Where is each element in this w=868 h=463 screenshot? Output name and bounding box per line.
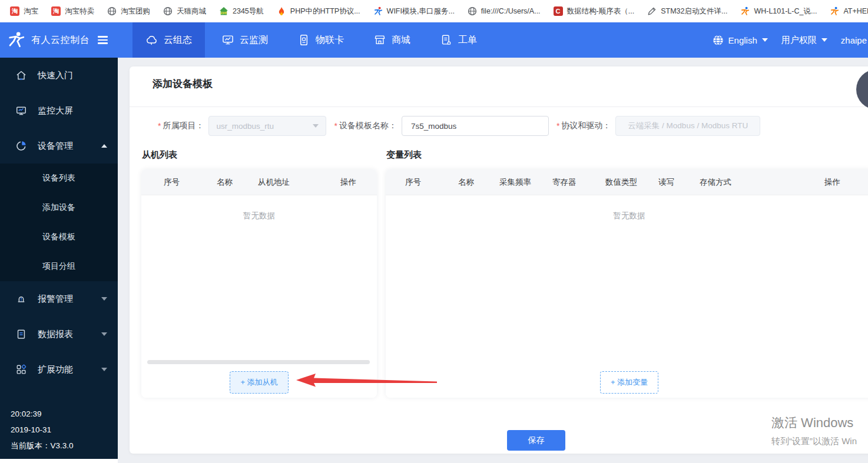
- bookmark-item[interactable]: file:///C:/Users/A...: [461, 6, 547, 16]
- sidebar: 快速入门 监控大屏 设备管理 设备列表 添加设备 设备模板 项目分组 报警管理 …: [0, 58, 118, 463]
- bookmark-item[interactable]: AT+HELLO: [823, 6, 868, 16]
- person-orange-icon: [830, 6, 839, 16]
- slave-empty-state: 暂无数据: [141, 195, 377, 221]
- variable-empty-state: 暂无数据: [386, 195, 868, 221]
- sidebar-subitem-device-list[interactable]: 设备列表: [0, 164, 118, 193]
- pen-icon: [647, 6, 657, 16]
- clock-date: 2019-10-31: [11, 422, 74, 438]
- template-name-input[interactable]: [402, 116, 549, 136]
- watermark-line1: 激活 Windows: [771, 414, 857, 432]
- chevron-down-icon: [101, 332, 107, 336]
- protocol-driver-value: 云端采集 / Modbus / Modbus RTU: [628, 121, 748, 131]
- bookmark-item[interactable]: 淘 淘宝特卖: [45, 6, 101, 16]
- sidebar-bottom-strip: [0, 459, 118, 463]
- sidebar-item-monitor-screen[interactable]: 监控大屏: [0, 93, 118, 128]
- horizontal-scrollbar[interactable]: [147, 360, 370, 364]
- nav-tab-label: 商城: [392, 34, 410, 46]
- bookmark-item[interactable]: 淘宝团购: [101, 6, 157, 16]
- svg-text:2345: 2345: [220, 11, 227, 15]
- grid-icon: [15, 364, 27, 375]
- nav-tab-mall[interactable]: 商城: [360, 22, 423, 58]
- sidebar-item-quick-start[interactable]: 快速入门: [0, 58, 118, 93]
- sidebar-item-extensions[interactable]: 扩展功能: [0, 352, 118, 387]
- sidebar-item-data-report[interactable]: 数据报表: [0, 317, 118, 352]
- sidebar-item-label: 设备管理: [38, 141, 73, 152]
- language-globe-icon: [713, 35, 724, 46]
- device-management-submenu: 设备列表 添加设备 设备模板 项目分组: [0, 164, 118, 281]
- template-name-label: 设备模板名称：: [339, 121, 397, 131]
- template-form: * 所属项目： usr_modbus_rtu * 设备模板名称： * 协议和驱动…: [158, 116, 760, 136]
- nav-tab-work-order[interactable]: 工单: [427, 22, 490, 58]
- bookmark-item[interactable]: STM32启动文件详...: [641, 6, 734, 16]
- bookmark-item[interactable]: C 数据结构-顺序表（...: [547, 6, 641, 16]
- project-select-value: usr_modbus_rtu: [216, 122, 274, 131]
- sidebar-item-label: 监控大屏: [38, 105, 73, 116]
- variable-panel-footer: + 添加变量: [386, 367, 868, 398]
- permission-dropdown[interactable]: 用户权限: [781, 35, 827, 46]
- nav-tab-label: 云监测: [240, 34, 268, 46]
- column-header: 操作: [340, 169, 377, 195]
- bookmark-label: 天猫商城: [177, 6, 206, 16]
- app-title: 有人云控制台: [31, 34, 90, 46]
- person-blue-icon: [373, 6, 383, 16]
- column-header: 操作: [824, 169, 868, 195]
- nav-tab-cloud-scada[interactable]: 云组态: [132, 22, 205, 58]
- usr-logo-icon: [8, 31, 25, 49]
- watermark-line2: 转到“设置”以激活 Win: [771, 436, 857, 447]
- alarm-icon: [15, 293, 27, 305]
- bookmark-item[interactable]: WIFI模块,串口服务...: [367, 6, 461, 16]
- csdn-icon: C: [554, 6, 563, 16]
- variable-list-title: 变量列表: [386, 149, 422, 161]
- language-label: English: [728, 35, 757, 45]
- username-menu[interactable]: zhaipe: [841, 35, 867, 45]
- column-header: 名称: [217, 169, 258, 195]
- bookmark-label: 淘宝特卖: [65, 6, 94, 16]
- column-header: 序号: [164, 169, 217, 195]
- bookmark-label: AT+HELLO: [843, 7, 868, 15]
- language-dropdown[interactable]: English: [713, 35, 768, 46]
- pie-chart-icon: [15, 140, 27, 152]
- bookmark-item[interactable]: WH-L101-L-C_说...: [734, 6, 823, 16]
- nav-tab-iot-sim[interactable]: 物联卡: [284, 22, 357, 58]
- nav-tab-cloud-monitor[interactable]: 云监测: [208, 22, 281, 58]
- bookmark-item[interactable]: 淘 淘宝: [4, 6, 45, 16]
- sidebar-subitem-project-group[interactable]: 项目分组: [0, 252, 118, 281]
- column-header: 存储方式: [700, 169, 824, 195]
- page-title: 添加设备模板: [153, 77, 213, 91]
- save-button[interactable]: 保存: [507, 430, 565, 451]
- sidebar-subitem-label: 添加设备: [42, 202, 75, 213]
- nav-tab-label: 云组态: [164, 34, 192, 46]
- column-header: 从机地址: [258, 169, 340, 195]
- hamburger-menu-icon[interactable]: [98, 36, 108, 44]
- chevron-up-icon: [101, 144, 107, 148]
- home-icon: [15, 69, 27, 81]
- column-header: 数值类型: [605, 169, 658, 195]
- sidebar-subitem-add-device[interactable]: 添加设备: [0, 193, 118, 222]
- sidebar-item-label: 报警管理: [38, 294, 73, 305]
- column-header: 序号: [405, 169, 458, 195]
- bookmark-item[interactable]: PHP中的HTTP协议...: [270, 6, 367, 16]
- bookmark-item[interactable]: 天猫商城: [157, 6, 213, 16]
- bookmarks-bar: 淘 淘宝 淘 淘宝特卖 淘宝团购 天猫商城 2345 2345导航 PHP中的H…: [0, 0, 868, 22]
- column-header: 寄存器: [552, 169, 605, 195]
- version-label: 当前版本：V3.3.0: [11, 438, 74, 454]
- sidebar-item-alarm-management[interactable]: 报警管理: [0, 281, 118, 317]
- sidebar-subitem-label: 项目分组: [42, 261, 75, 272]
- house-2345-icon: 2345: [219, 6, 228, 16]
- variable-table-header: 序号 名称 采集频率 寄存器 数值类型 读写 存储方式 操作: [386, 169, 868, 195]
- sim-card-icon: [297, 34, 310, 46]
- slave-table-header: 序号 名称 从机地址 操作: [141, 169, 377, 195]
- add-variable-button[interactable]: + 添加变量: [600, 371, 658, 394]
- sidebar-item-device-management[interactable]: 设备管理: [0, 128, 118, 164]
- taobao-icon: 淘: [51, 6, 61, 16]
- bookmark-item[interactable]: 2345 2345导航: [213, 6, 270, 16]
- content-card: 添加设备模板 * 所属项目： usr_modbus_rtu * 设备模板名称： …: [130, 66, 868, 454]
- chevron-down-icon: [821, 38, 827, 42]
- sidebar-footer: 20:02:39 2019-10-31 当前版本：V3.3.0: [11, 406, 74, 454]
- add-slave-button[interactable]: + 添加从机: [230, 371, 288, 394]
- username-label: zhaipe: [841, 35, 867, 45]
- sidebar-subitem-device-template[interactable]: 设备模板: [0, 222, 118, 252]
- globe-icon: [107, 6, 117, 16]
- main-content: 添加设备模板 * 所属项目： usr_modbus_rtu * 设备模板名称： …: [118, 58, 868, 463]
- bookmark-label: STM32启动文件详...: [661, 6, 727, 16]
